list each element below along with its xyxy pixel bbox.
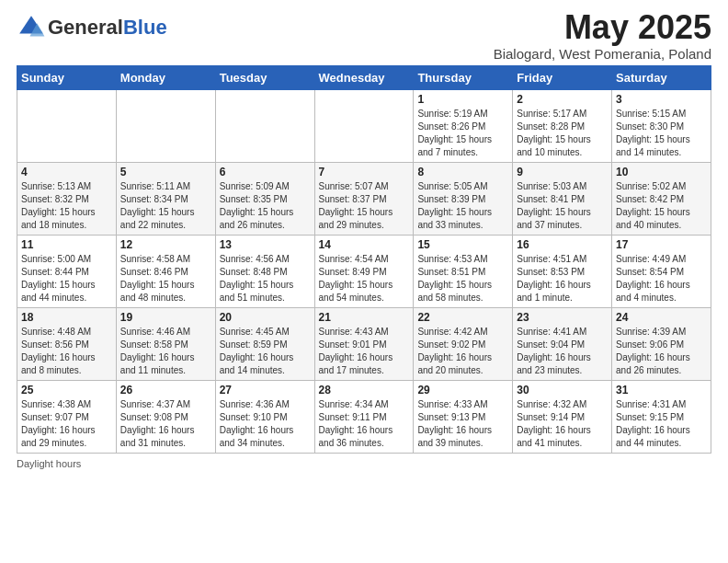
day-cell: 27Sunrise: 4:36 AM Sunset: 9:10 PM Dayli… bbox=[215, 380, 314, 453]
day-cell: 26Sunrise: 4:37 AM Sunset: 9:08 PM Dayli… bbox=[116, 380, 215, 453]
day-info: Sunrise: 4:45 AM Sunset: 8:59 PM Dayligh… bbox=[220, 326, 311, 377]
day-cell: 24Sunrise: 4:39 AM Sunset: 9:06 PM Dayli… bbox=[612, 307, 711, 380]
day-number: 11 bbox=[21, 238, 112, 251]
day-cell: 3Sunrise: 5:15 AM Sunset: 8:30 PM Daylig… bbox=[612, 89, 711, 162]
day-number: 16 bbox=[517, 238, 608, 251]
day-cell: 23Sunrise: 4:41 AM Sunset: 9:04 PM Dayli… bbox=[513, 307, 612, 380]
day-cell: 9Sunrise: 5:03 AM Sunset: 8:41 PM Daylig… bbox=[513, 162, 612, 235]
day-number: 5 bbox=[120, 166, 211, 178]
day-number: 3 bbox=[616, 93, 707, 106]
day-number: 2 bbox=[517, 93, 608, 106]
day-cell: 13Sunrise: 4:56 AM Sunset: 8:48 PM Dayli… bbox=[215, 235, 314, 307]
header: GeneralBlue May 2025 Bialogard, West Pom… bbox=[17, 9, 711, 62]
day-number: 28 bbox=[319, 384, 410, 396]
footer-note: Daylight hours bbox=[17, 458, 711, 469]
day-cell: 6Sunrise: 5:09 AM Sunset: 8:35 PM Daylig… bbox=[215, 162, 314, 235]
day-cell: 20Sunrise: 4:45 AM Sunset: 8:59 PM Dayli… bbox=[215, 307, 314, 380]
logo-general-text: General bbox=[48, 16, 123, 39]
day-cell: 21Sunrise: 4:43 AM Sunset: 9:01 PM Dayli… bbox=[314, 307, 414, 380]
day-info: Sunrise: 4:48 AM Sunset: 8:56 PM Dayligh… bbox=[21, 326, 112, 377]
day-info: Sunrise: 4:42 AM Sunset: 9:02 PM Dayligh… bbox=[417, 326, 508, 377]
weekday-sunday: Sunday bbox=[17, 65, 117, 89]
day-number: 19 bbox=[120, 311, 211, 324]
day-number: 8 bbox=[417, 166, 508, 178]
day-info: Sunrise: 5:13 AM Sunset: 8:32 PM Dayligh… bbox=[21, 180, 112, 232]
day-cell: 14Sunrise: 4:54 AM Sunset: 8:49 PM Dayli… bbox=[314, 235, 414, 307]
week-row-2: 4Sunrise: 5:13 AM Sunset: 8:32 PM Daylig… bbox=[17, 162, 711, 235]
day-cell: 15Sunrise: 4:53 AM Sunset: 8:51 PM Dayli… bbox=[414, 235, 513, 307]
day-info: Sunrise: 4:51 AM Sunset: 8:53 PM Dayligh… bbox=[517, 253, 608, 304]
day-number: 9 bbox=[517, 166, 608, 178]
day-number: 25 bbox=[21, 384, 112, 396]
day-number: 26 bbox=[120, 384, 211, 396]
logo: GeneralBlue bbox=[17, 13, 167, 42]
day-number: 22 bbox=[417, 311, 508, 324]
day-number: 30 bbox=[517, 384, 608, 396]
day-number: 13 bbox=[220, 238, 311, 251]
day-info: Sunrise: 5:03 AM Sunset: 8:41 PM Dayligh… bbox=[517, 180, 608, 232]
day-info: Sunrise: 5:09 AM Sunset: 8:35 PM Dayligh… bbox=[220, 180, 311, 232]
day-cell: 28Sunrise: 4:34 AM Sunset: 9:11 PM Dayli… bbox=[314, 380, 414, 453]
weekday-saturday: Saturday bbox=[612, 65, 711, 89]
day-cell bbox=[314, 89, 414, 162]
day-cell: 25Sunrise: 4:38 AM Sunset: 9:07 PM Dayli… bbox=[17, 380, 117, 453]
day-number: 24 bbox=[616, 311, 707, 324]
day-cell bbox=[215, 89, 314, 162]
day-info: Sunrise: 4:54 AM Sunset: 8:49 PM Dayligh… bbox=[319, 253, 410, 304]
day-number: 23 bbox=[517, 311, 608, 324]
day-cell: 2Sunrise: 5:17 AM Sunset: 8:28 PM Daylig… bbox=[513, 89, 612, 162]
weekday-wednesday: Wednesday bbox=[314, 65, 414, 89]
day-info: Sunrise: 4:56 AM Sunset: 8:48 PM Dayligh… bbox=[220, 253, 311, 304]
month-title: May 2025 bbox=[494, 9, 711, 46]
day-info: Sunrise: 4:36 AM Sunset: 9:10 PM Dayligh… bbox=[220, 398, 311, 450]
day-cell: 10Sunrise: 5:02 AM Sunset: 8:42 PM Dayli… bbox=[612, 162, 711, 235]
day-info: Sunrise: 5:02 AM Sunset: 8:42 PM Dayligh… bbox=[616, 180, 707, 232]
day-number: 20 bbox=[220, 311, 311, 324]
day-info: Sunrise: 4:34 AM Sunset: 9:11 PM Dayligh… bbox=[319, 398, 410, 450]
day-cell: 7Sunrise: 5:07 AM Sunset: 8:37 PM Daylig… bbox=[314, 162, 414, 235]
day-cell: 5Sunrise: 5:11 AM Sunset: 8:34 PM Daylig… bbox=[116, 162, 215, 235]
weekday-thursday: Thursday bbox=[414, 65, 513, 89]
weekday-monday: Monday bbox=[116, 65, 215, 89]
day-number: 4 bbox=[21, 166, 112, 178]
day-cell: 4Sunrise: 5:13 AM Sunset: 8:32 PM Daylig… bbox=[17, 162, 117, 235]
day-cell: 18Sunrise: 4:48 AM Sunset: 8:56 PM Dayli… bbox=[17, 307, 117, 380]
day-number: 12 bbox=[120, 238, 211, 251]
day-number: 14 bbox=[319, 238, 410, 251]
day-info: Sunrise: 4:53 AM Sunset: 8:51 PM Dayligh… bbox=[417, 253, 508, 304]
day-cell: 29Sunrise: 4:33 AM Sunset: 9:13 PM Dayli… bbox=[414, 380, 513, 453]
day-number: 15 bbox=[417, 238, 508, 251]
day-number: 29 bbox=[417, 384, 508, 396]
title-block: May 2025 Bialogard, West Pomerania, Pola… bbox=[494, 9, 711, 62]
weekday-friday: Friday bbox=[513, 65, 612, 89]
day-cell: 19Sunrise: 4:46 AM Sunset: 8:58 PM Dayli… bbox=[116, 307, 215, 380]
day-number: 18 bbox=[21, 311, 112, 324]
location-title: Bialogard, West Pomerania, Poland bbox=[494, 46, 711, 62]
day-info: Sunrise: 4:58 AM Sunset: 8:46 PM Dayligh… bbox=[120, 253, 211, 304]
day-number: 27 bbox=[220, 384, 311, 396]
day-number: 10 bbox=[616, 166, 707, 178]
day-info: Sunrise: 5:00 AM Sunset: 8:44 PM Dayligh… bbox=[21, 253, 112, 304]
day-info: Sunrise: 4:46 AM Sunset: 8:58 PM Dayligh… bbox=[120, 326, 211, 377]
day-number: 21 bbox=[319, 311, 410, 324]
day-cell bbox=[17, 89, 117, 162]
page: GeneralBlue May 2025 Bialogard, West Pom… bbox=[0, 0, 728, 563]
day-number: 31 bbox=[616, 384, 707, 396]
weekday-header-row: SundayMondayTuesdayWednesdayThursdayFrid… bbox=[17, 65, 711, 89]
day-info: Sunrise: 4:31 AM Sunset: 9:15 PM Dayligh… bbox=[616, 398, 707, 450]
day-number: 17 bbox=[616, 238, 707, 251]
day-info: Sunrise: 5:05 AM Sunset: 8:39 PM Dayligh… bbox=[417, 180, 508, 232]
day-cell: 30Sunrise: 4:32 AM Sunset: 9:14 PM Dayli… bbox=[513, 380, 612, 453]
calendar: SundayMondayTuesdayWednesdayThursdayFrid… bbox=[17, 65, 711, 454]
day-cell bbox=[116, 89, 215, 162]
day-info: Sunrise: 5:07 AM Sunset: 8:37 PM Dayligh… bbox=[319, 180, 410, 232]
day-cell: 31Sunrise: 4:31 AM Sunset: 9:15 PM Dayli… bbox=[612, 380, 711, 453]
day-number: 1 bbox=[417, 93, 508, 106]
logo-blue-text: Blue bbox=[123, 16, 167, 39]
day-info: Sunrise: 4:37 AM Sunset: 9:08 PM Dayligh… bbox=[120, 398, 211, 450]
day-info: Sunrise: 5:15 AM Sunset: 8:30 PM Dayligh… bbox=[616, 108, 707, 159]
day-cell: 16Sunrise: 4:51 AM Sunset: 8:53 PM Dayli… bbox=[513, 235, 612, 307]
day-info: Sunrise: 5:17 AM Sunset: 8:28 PM Dayligh… bbox=[517, 108, 608, 159]
day-info: Sunrise: 4:33 AM Sunset: 9:13 PM Dayligh… bbox=[417, 398, 508, 450]
week-row-5: 25Sunrise: 4:38 AM Sunset: 9:07 PM Dayli… bbox=[17, 380, 711, 453]
